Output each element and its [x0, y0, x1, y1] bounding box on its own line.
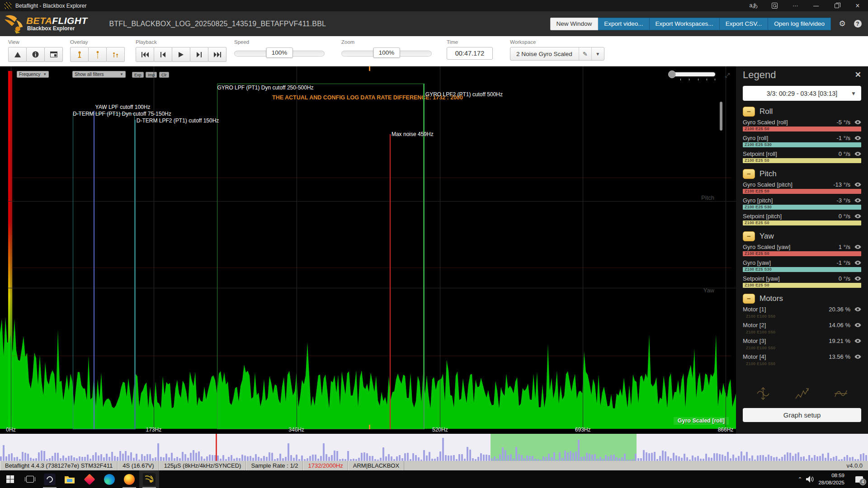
speed-slider[interactable]: 100% [234, 51, 325, 56]
collapse-toggle-button[interactable]: − [743, 231, 755, 241]
jump-end-button[interactable] [208, 47, 226, 62]
betaflight-taskbar-icon[interactable] [139, 470, 159, 488]
legend-field[interactable]: Gyro [yaw]-1 °/sZ100 E25 S30 [743, 259, 861, 272]
visibility-eye-icon[interactable] [854, 214, 861, 219]
search-icon[interactable] [764, 0, 785, 11]
seek-activity-bar [795, 454, 797, 461]
show-analyser-button[interactable] [106, 47, 125, 62]
spectrum-type-select[interactable]: Frequency▼ [17, 71, 49, 78]
visibility-eye-icon[interactable] [854, 354, 861, 359]
play-button[interactable] [172, 47, 190, 62]
log-range-select[interactable]: 3/3: 00:29 - 03:43 [03:13]▼ [743, 86, 861, 101]
language-icon[interactable]: aあ [743, 0, 764, 11]
legend-field[interactable]: Setpoint [pitch]0 °/sZ100 E25 S0 [743, 213, 861, 225]
visibility-eye-icon[interactable] [854, 198, 861, 203]
axis-side-label: Pitch [701, 194, 714, 201]
prev-frame-button[interactable] [154, 47, 172, 62]
task-view-button[interactable] [20, 470, 40, 488]
export-workspaces-button[interactable]: Export Workspaces... [650, 18, 720, 30]
legend-close-icon[interactable]: ✕ [855, 70, 861, 80]
open-log-button[interactable]: Open log file/video [768, 18, 831, 30]
edge-browser-icon[interactable] [99, 470, 119, 488]
visibility-eye-icon[interactable] [854, 323, 861, 328]
visibility-eye-icon[interactable] [854, 151, 861, 156]
legend-field[interactable]: Motor [1]20.36 %Z100 E100 S50 [743, 306, 861, 319]
log-info-button[interactable] [26, 47, 45, 62]
next-frame-button[interactable] [190, 47, 208, 62]
graph-expo-icon[interactable] [794, 387, 810, 400]
analyser-zoom-knob[interactable] [668, 70, 676, 78]
legend-field[interactable]: Motor [2]14.06 %Z100 E100 S50 [743, 322, 861, 334]
export-csv-button[interactable]: Export CSV... [720, 18, 769, 30]
export-curves-button[interactable]: Exp [132, 72, 144, 78]
show-sticks-button[interactable] [88, 47, 107, 62]
help-icon[interactable]: ? [850, 20, 865, 28]
table-view-button[interactable] [44, 47, 63, 62]
export-video-button[interactable]: Export video... [598, 18, 649, 30]
legend-field[interactable]: Setpoint [yaw]0 °/sZ100 E25 S0 [743, 275, 861, 288]
import-curves-button[interactable]: Imp [146, 72, 157, 78]
restore-button[interactable] [826, 0, 847, 11]
workspace-edit-pencil-icon[interactable]: ✎ [579, 47, 591, 60]
legend-field[interactable]: Gyro Scaled [yaw]1 °/sZ100 E25 S0 [743, 244, 861, 256]
legend-field[interactable]: Gyro Scaled [roll]-5 °/sZ100 E25 S0 [743, 119, 861, 131]
volume-icon[interactable] [806, 476, 814, 483]
graph-zoom-icon[interactable] [755, 387, 771, 400]
visibility-eye-icon[interactable] [854, 120, 861, 125]
show-craft-button[interactable] [70, 47, 89, 62]
minimize-button[interactable]: — [806, 0, 826, 11]
seek-activity-bar [176, 457, 178, 461]
visibility-eye-icon[interactable] [854, 136, 861, 141]
start-button[interactable] [0, 470, 20, 488]
workspace-caret-icon[interactable]: ▼ [591, 47, 604, 60]
vertical-scroll-thumb[interactable] [720, 102, 722, 131]
legend-field-scalebar: Z100 E25 S0 [743, 127, 861, 131]
grid-line [440, 66, 440, 427]
playback-cursor[interactable] [216, 434, 217, 461]
notification-center-button[interactable]: 4 [850, 470, 868, 488]
graph-setup-button[interactable]: Graph setup [743, 408, 861, 422]
collapse-toggle-button[interactable]: − [743, 294, 755, 304]
new-window-button[interactable]: New Window [550, 18, 599, 30]
time-input[interactable]: 00:47.172 [447, 47, 493, 60]
legend-field[interactable]: Motor [4]13.56 %Z100 E100 S50 [743, 353, 861, 366]
visibility-eye-icon[interactable] [854, 338, 861, 343]
firefox-browser-icon[interactable] [119, 470, 139, 488]
more-options-icon[interactable]: ⋯ [785, 0, 806, 11]
graph-view-button[interactable] [8, 47, 27, 62]
settings-gear-icon[interactable]: ⚙ [835, 19, 850, 28]
jump-start-button[interactable] [136, 47, 154, 62]
filters-select[interactable]: Show all filters▼ [72, 71, 126, 78]
graph-smoothness-icon[interactable] [833, 387, 849, 400]
file-explorer-icon[interactable] [60, 470, 80, 488]
tray-expand-icon[interactable]: ⌃ [793, 476, 806, 483]
legend-field[interactable]: Gyro [pitch]-3 °/sZ100 E25 S30 [743, 197, 861, 210]
legend-field[interactable]: Gyro Scaled [pitch]-13 °/sZ100 E25 S0 [743, 181, 861, 194]
collapse-toggle-button[interactable]: − [743, 169, 755, 179]
legend-field[interactable]: Motor [3]19.21 %Z100 E100 S50 [743, 338, 861, 350]
zoom-slider[interactable]: 100% [341, 51, 432, 56]
gauge-app-icon[interactable] [40, 470, 60, 488]
visibility-eye-icon[interactable] [854, 244, 861, 249]
spectrum-chart[interactable]: Frequency▼ Show all filters▼ Exp Imp Clr… [0, 66, 736, 434]
close-button[interactable]: × [847, 0, 868, 11]
visibility-eye-icon[interactable] [854, 182, 861, 187]
taskbar-clock[interactable]: 08:59 28/08/2025 [818, 472, 844, 486]
legend-field-label: Setpoint [roll] [743, 150, 839, 157]
analyser-zoom-slider[interactable] [672, 72, 715, 76]
visibility-eye-icon[interactable] [854, 307, 861, 312]
zoom-group: Zoom 100% [341, 39, 432, 56]
visibility-eye-icon[interactable] [854, 260, 861, 265]
seek-activity-bar [27, 454, 29, 461]
seek-activity-bar [24, 453, 26, 461]
seekbar[interactable] [0, 434, 868, 461]
legend-field[interactable]: Setpoint [roll]0 °/sZ100 E25 S0 [743, 150, 861, 163]
diamond-app-icon[interactable] [80, 470, 99, 488]
collapse-toggle-button[interactable]: − [743, 107, 755, 117]
legend-field[interactable]: Gyro [roll]-1 °/sZ100 E25 S30 [743, 135, 861, 147]
visibility-eye-icon[interactable] [854, 276, 861, 281]
clear-curves-button[interactable]: Clr [159, 72, 169, 78]
workspace-select[interactable]: 2 Noise Gyro Scaled ✎ ▼ [510, 47, 604, 61]
seek-activity-bar [846, 455, 848, 461]
time-group-label: Time [447, 39, 493, 45]
